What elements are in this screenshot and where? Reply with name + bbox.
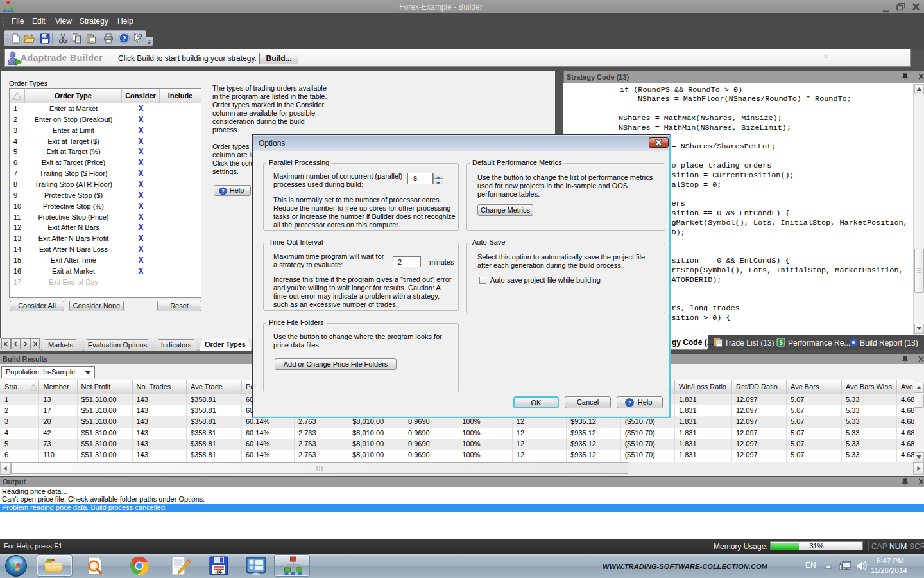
svg-text:$: $ [779,339,782,346]
svg-text:?: ? [221,189,225,195]
svg-text:?: ? [123,34,126,43]
svg-text:?: ? [139,33,143,41]
svg-text:?: ? [628,399,631,407]
svg-text:-64-: -64- [215,570,223,574]
